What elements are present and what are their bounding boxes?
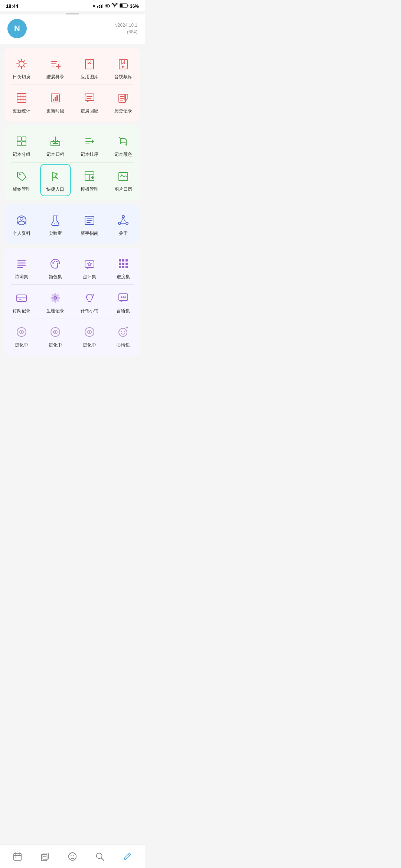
svg-rect-94 (125, 263, 128, 265)
flask-icon (48, 213, 62, 227)
svg-rect-93 (122, 263, 124, 265)
grid-pink2: 更新统计 更新时段 (4, 85, 140, 119)
grid-pink1: 日夜切换 进展补录 (4, 51, 140, 85)
item-progress-supplement[interactable]: 进展补录 (39, 51, 73, 85)
grid-green2: 标签管理 快捷入口 (4, 162, 140, 198)
svg-rect-26 (17, 93, 26, 102)
svg-marker-25 (122, 66, 125, 68)
item-poem-collection[interactable]: 诗词集 (4, 251, 39, 285)
label-physio-record: 生理记录 (46, 308, 64, 314)
item-notebook-archive[interactable]: 记本归档 (39, 128, 73, 162)
smiley-plus-icon (116, 325, 130, 339)
svg-rect-23 (85, 59, 94, 69)
item-shop[interactable]: 什锦小铺 (72, 285, 107, 319)
svg-point-9 (19, 61, 24, 66)
item-template-management[interactable]: 模板管理 (72, 162, 107, 198)
wifi-icon (111, 3, 118, 9)
chat-dots-icon (116, 291, 130, 305)
item-history-record[interactable]: 历史记录 (107, 85, 141, 119)
svg-rect-24 (119, 59, 127, 69)
label-notebook-color: 记本颜色 (114, 151, 132, 158)
svg-rect-35 (85, 94, 94, 101)
svg-rect-69 (85, 216, 94, 224)
svg-rect-92 (119, 263, 121, 265)
item-app-library[interactable]: 应用图库 (72, 51, 107, 85)
item-evolving3[interactable]: 进化中 (72, 319, 107, 353)
svg-line-77 (123, 218, 125, 222)
label-progress-supplement: 进展补录 (46, 74, 64, 80)
item-profile[interactable]: 个人资料 (4, 207, 39, 241)
item-day-night[interactable]: 日夜切换 (4, 51, 39, 85)
item-tag-management[interactable]: 标签管理 (4, 162, 39, 198)
svg-point-55 (19, 174, 20, 175)
bulb-plus-icon (82, 291, 97, 305)
item-speech-collection[interactable]: 言语集 (107, 285, 141, 319)
svg-rect-8 (127, 5, 128, 6)
card-pink1: 日夜切换 进展补录 (4, 48, 140, 122)
svg-point-73 (122, 216, 124, 218)
item-beginner-guide[interactable]: 新手指南 (72, 207, 107, 241)
item-physio-record[interactable]: 生理记录 (39, 285, 73, 319)
item-subscription[interactable]: 订阅记录 (4, 285, 39, 319)
flag-icon (48, 169, 62, 183)
svg-rect-91 (125, 259, 128, 262)
item-progress-response[interactable]: 进展回应 (72, 85, 107, 119)
item-review-collection[interactable]: 点评集 (72, 251, 107, 285)
template-add-icon (82, 169, 97, 183)
item-color-collection[interactable]: 颜色集 (39, 251, 73, 285)
history-icon (116, 91, 130, 105)
bookmark-play-icon (116, 57, 130, 71)
svg-point-63 (121, 174, 122, 175)
item-photo-calendar[interactable]: 图片日历 (107, 162, 141, 198)
svg-rect-89 (119, 259, 121, 262)
label-progress-collection: 进度集 (117, 274, 130, 280)
sort-lines-icon (82, 134, 97, 148)
comment-text-icon (82, 91, 97, 105)
label-poem-collection: 诗词集 (15, 274, 28, 280)
svg-rect-44 (17, 137, 21, 141)
svg-rect-45 (22, 137, 26, 141)
label-progress-response: 进展回应 (81, 108, 98, 114)
card-green1: 记本分组 记本归档 (4, 125, 140, 201)
nodes-icon (116, 213, 130, 227)
item-evolving1[interactable]: 进化中 (4, 319, 39, 353)
item-lab[interactable]: 实验室 (39, 207, 73, 241)
label-evolving3: 进化中 (83, 342, 96, 348)
item-evolving2[interactable]: 进化中 (39, 319, 73, 353)
svg-point-65 (20, 217, 23, 220)
item-notebook-color[interactable]: 记本颜色 (107, 128, 141, 162)
card-purple1: 诗词集 颜色集 (4, 248, 140, 356)
item-notebook-sort[interactable]: 记本排序 (72, 128, 107, 162)
hd-icon: HD (105, 4, 110, 8)
avatar[interactable]: N (7, 19, 27, 38)
person-circle-icon (14, 213, 29, 227)
tag-icon (14, 169, 29, 183)
item-about[interactable]: 关于 (107, 207, 141, 241)
label-app-library: 应用图库 (81, 74, 98, 80)
inbox-down-icon (48, 134, 62, 148)
grid-purple1: 诗词集 颜色集 (4, 251, 140, 285)
svg-rect-95 (119, 266, 121, 268)
item-shortcut-entry[interactable]: 快捷入口 (40, 164, 71, 196)
item-mood-collection[interactable]: 心情集 (107, 319, 141, 353)
item-update-period[interactable]: 更新时段 (39, 85, 73, 119)
lines-text-icon (14, 257, 29, 271)
svg-line-14 (18, 60, 19, 62)
label-mood-collection: 心情集 (117, 342, 130, 348)
svg-point-83 (52, 262, 54, 264)
svg-point-129 (124, 331, 125, 332)
item-progress-collection[interactable]: 进度集 (107, 251, 141, 285)
svg-line-76 (121, 218, 123, 222)
label-update-stats: 更新统计 (13, 108, 30, 114)
svg-line-15 (24, 66, 25, 67)
label-template-management: 模板管理 (81, 186, 98, 193)
status-icons: ✳ HD (92, 3, 139, 9)
status-bar: 18:44 ✳ HD (0, 0, 145, 11)
item-media-library[interactable]: 音视频库 (107, 51, 141, 85)
label-notebook-sort: 记本排序 (81, 151, 98, 158)
item-notebook-group[interactable]: 记本分组 (4, 128, 39, 162)
label-about: 关于 (119, 230, 128, 237)
grid-dots-icon (116, 257, 130, 271)
table-chart-icon (14, 91, 29, 105)
item-update-stats[interactable]: 更新统计 (4, 85, 39, 119)
